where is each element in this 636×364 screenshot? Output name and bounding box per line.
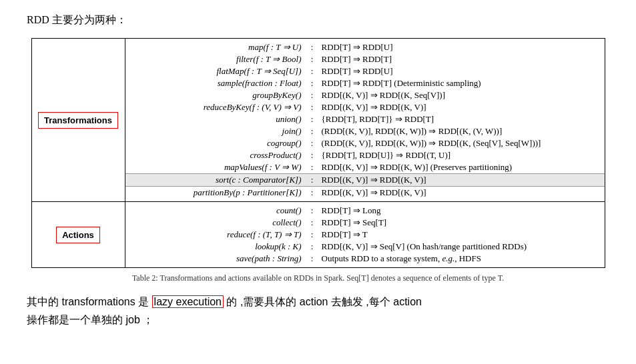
- op-sort: sort(c : Comparator[K]) : RDD[(K, V)] ⇒ …: [125, 173, 605, 187]
- op-sample-name: sample(fraction : Float): [125, 78, 306, 89]
- op-join: join() : (RDD[(K, V)], RDD[(K, W)]) ⇒ RD…: [125, 125, 605, 137]
- transformations-section: Transformations map(f : T ⇒ U) : RDD[T] …: [32, 39, 605, 202]
- actions-operations: count() : RDD[T] ⇒ Long collect() : RDD[…: [125, 202, 605, 267]
- transformations-label-cell: Transformations: [32, 39, 125, 201]
- op-cogroup-sig: (RDD[(K, V)], RDD[(K, W)]) ⇒ RDD[(K, (Se…: [319, 138, 605, 149]
- op-reducebykey: reduceByKey(f : (V, V) ⇒ V) : RDD[(K, V)…: [125, 101, 605, 113]
- op-mapvalues: mapValues(f : V ⇒ W) : RDD[(K, V)] ⇒ RDD…: [125, 161, 605, 173]
- op-count-sig: RDD[T] ⇒ Long: [319, 205, 605, 216]
- op-mapvalues-sig: RDD[(K, V)] ⇒ RDD[(K, W)] (Preserves par…: [319, 162, 605, 173]
- op-lookup: lookup(k : K) : RDD[(K, V)] ⇒ Seq[V] (On…: [125, 241, 605, 253]
- op-partitionby: partitionBy(p : Partitioner[K]) : RDD[(K…: [125, 187, 605, 199]
- op-count: count() : RDD[T] ⇒ Long: [125, 205, 605, 217]
- op-collect-sig: RDD[T] ⇒ Seq[T]: [319, 217, 605, 228]
- op-collect-name: collect(): [125, 217, 306, 228]
- op-sample-sig: RDD[T] ⇒ RDD[T] (Deterministic sampling): [319, 78, 605, 89]
- op-mapvalues-name: mapValues(f : V ⇒ W): [125, 162, 306, 173]
- op-filter-sig: RDD[T] ⇒ RDD[T]: [319, 54, 605, 65]
- bottom-line1: 其中的 transformations 是 lazy execution 的 ,…: [27, 293, 609, 311]
- op-partitionby-name: partitionBy(p : Partitioner[K]): [125, 187, 306, 198]
- op-save: save(path : String) : Outputs RDD to a s…: [125, 253, 605, 265]
- op-crossproduct-name: crossProduct(): [125, 150, 306, 161]
- rdd-operations-table: Transformations map(f : T ⇒ U) : RDD[T] …: [31, 38, 605, 268]
- op-map-sig: RDD[T] ⇒ RDD[U]: [319, 42, 605, 53]
- op-union-sig: {RDD[T], RDD[T]} ⇒ RDD[T]: [319, 114, 605, 125]
- bottom-line2: 操作都是一个单独的 job ；: [27, 311, 609, 329]
- op-flatmap-sig: RDD[T] ⇒ RDD[U]: [319, 66, 605, 77]
- actions-label-cell: Actions: [32, 202, 125, 267]
- op-reducebykey-sig: RDD[(K, V)] ⇒ RDD[(K, V)]: [319, 102, 605, 113]
- op-sort-sig: RDD[(K, V)] ⇒ RDD[(K, V)]: [319, 175, 605, 185]
- op-join-name: join(): [125, 126, 306, 137]
- op-cogroup-name: cogroup(): [125, 138, 306, 149]
- op-union-name: union(): [125, 114, 306, 125]
- op-crossproduct-sig: {RDD[T], RDD[U]} ⇒ RDD[(T, U)]: [319, 150, 605, 161]
- table-caption: Table 2: Transformations and actions ava…: [27, 273, 609, 283]
- op-reduce-name: reduce(f : (T, T) ⇒ T): [125, 229, 306, 240]
- lazy-execution-highlight: lazy execution: [152, 295, 224, 308]
- op-crossproduct: crossProduct() : {RDD[T], RDD[U]} ⇒ RDD[…: [125, 149, 605, 161]
- op-flatmap-name: flatMap(f : T ⇒ Seq[U]): [125, 66, 306, 77]
- op-flatmap: flatMap(f : T ⇒ Seq[U]) : RDD[T] ⇒ RDD[U…: [125, 65, 605, 77]
- op-partitionby-sig: RDD[(K, V)] ⇒ RDD[(K, V)]: [319, 187, 605, 198]
- bottom-text: 其中的 transformations 是 lazy execution 的 ,…: [27, 293, 609, 329]
- op-groupbykey-sig: RDD[(K, V)] ⇒ RDD[(K, Seq[V])]: [319, 90, 605, 101]
- op-groupbykey: groupByKey() : RDD[(K, V)] ⇒ RDD[(K, Seq…: [125, 89, 605, 101]
- op-save-name: save(path : String): [125, 253, 306, 264]
- op-map: map(f : T ⇒ U) : RDD[T] ⇒ RDD[U]: [125, 41, 605, 53]
- op-sample: sample(fraction : Float) : RDD[T] ⇒ RDD[…: [125, 77, 605, 89]
- op-reduce: reduce(f : (T, T) ⇒ T) : RDD[T] ⇒ T: [125, 229, 605, 241]
- actions-section: Actions count() : RDD[T] ⇒ Long collect(…: [32, 202, 605, 267]
- op-reduce-sig: RDD[T] ⇒ T: [319, 229, 605, 240]
- op-lookup-sig: RDD[(K, V)] ⇒ Seq[V] (On hash/range part…: [319, 241, 605, 252]
- transformations-operations: map(f : T ⇒ U) : RDD[T] ⇒ RDD[U] filter(…: [125, 39, 605, 201]
- op-sort-name: sort(c : Comparator[K]): [125, 175, 306, 185]
- op-collect: collect() : RDD[T] ⇒ Seq[T]: [125, 217, 605, 229]
- op-reducebykey-name: reduceByKey(f : (V, V) ⇒ V): [125, 102, 306, 113]
- op-cogroup: cogroup() : (RDD[(K, V)], RDD[(K, W)]) ⇒…: [125, 137, 605, 149]
- intro-text: RDD 主要分为两种：: [27, 13, 609, 27]
- transformations-label: Transformations: [38, 112, 118, 129]
- op-groupbykey-name: groupByKey(): [125, 90, 306, 101]
- op-filter: filter(f : T ⇒ Bool) : RDD[T] ⇒ RDD[T]: [125, 53, 605, 65]
- op-map-name: map(f : T ⇒ U): [125, 42, 306, 53]
- op-join-sig: (RDD[(K, V)], RDD[(K, W)]) ⇒ RDD[(K, (V,…: [319, 126, 605, 137]
- op-lookup-name: lookup(k : K): [125, 241, 306, 252]
- op-union: union() : {RDD[T], RDD[T]} ⇒ RDD[T]: [125, 113, 605, 125]
- actions-label: Actions: [56, 227, 100, 243]
- op-count-name: count(): [125, 205, 306, 216]
- op-save-sig: Outputs RDD to a storage system, e.g., H…: [319, 253, 605, 264]
- op-filter-name: filter(f : T ⇒ Bool): [125, 54, 306, 65]
